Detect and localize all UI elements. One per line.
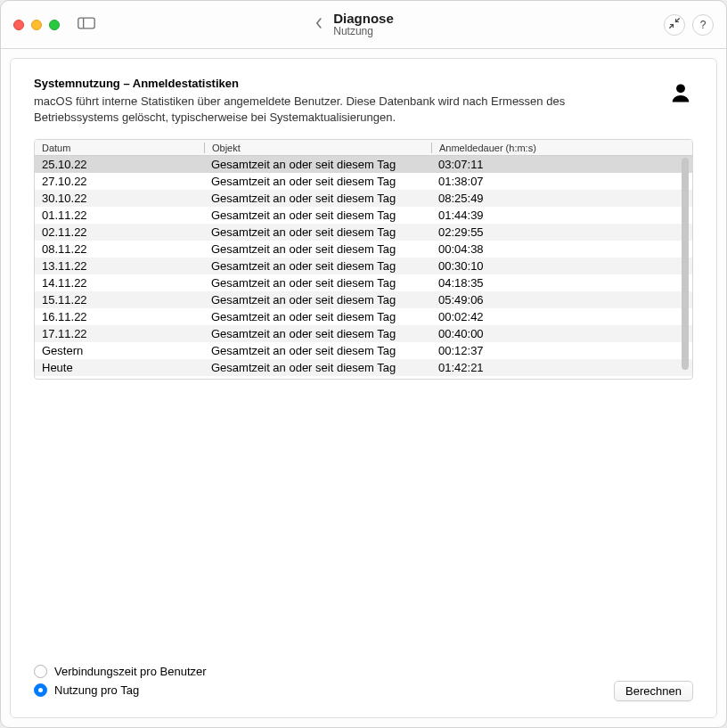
cell-date: 16.11.22 (35, 310, 204, 323)
scrollbar[interactable] (680, 156, 692, 379)
col-header-date[interactable]: Datum (35, 143, 204, 153)
cell-object: Gesamtzeit an oder seit diesem Tag (204, 192, 431, 205)
cell-date: 15.11.22 (35, 293, 204, 307)
cell-date: 27.10.22 (35, 175, 204, 188)
radio-per-user[interactable]: Verbindungszeit pro Benutzer (34, 665, 693, 678)
svg-point-4 (676, 84, 685, 93)
cell-date: 17.11.22 (35, 327, 204, 340)
svg-rect-0 (78, 18, 94, 29)
title-block: Diagnose Nutzung (333, 12, 394, 38)
cell-duration: 01:44:39 (431, 209, 692, 222)
cell-duration: 00:12:37 (431, 344, 692, 357)
cell-object: Gesamtzeit an oder seit diesem Tag (204, 242, 431, 256)
table-row[interactable]: 14.11.22Gesamtzeit an oder seit diesem T… (35, 274, 692, 291)
login-stats-table: Datum Objekt Anmeldedauer (h:m:s) 25.10.… (34, 139, 693, 380)
footer-controls: Verbindungszeit pro Benutzer Nutzung pro… (34, 654, 693, 701)
table-row[interactable]: GesternGesamtzeit an oder seit diesem Ta… (35, 342, 692, 359)
cell-duration: 02:29:55 (431, 225, 692, 239)
cell-duration: 08:25:49 (431, 192, 692, 205)
cell-duration: 00:40:00 (431, 327, 692, 340)
cell-duration: 01:42:21 (431, 361, 692, 374)
cell-date: 02.11.22 (35, 225, 204, 239)
app-window: Diagnose Nutzung ? (0, 0, 727, 728)
window-title: Diagnose (333, 12, 394, 27)
table-row[interactable]: 08.11.22Gesamtzeit an oder seit diesem T… (35, 241, 692, 258)
table-row[interactable]: 27.10.22Gesamtzeit an oder seit diesem T… (35, 173, 692, 190)
section-header: Systemnutzung – Anmeldestatistiken macOS… (34, 77, 693, 125)
radio-per-day-label: Nutzung pro Tag (54, 683, 139, 697)
collapse-icon (669, 18, 680, 31)
cell-duration: 05:49:06 (431, 293, 692, 307)
title-center: Diagnose Nutzung (333, 1, 394, 48)
help-icon: ? (700, 19, 707, 31)
cell-date: 25.10.22 (35, 158, 204, 171)
table-body[interactable]: 25.10.22Gesamtzeit an oder seit diesem T… (35, 156, 692, 379)
cell-object: Gesamtzeit an oder seit diesem Tag (204, 344, 431, 357)
col-header-duration[interactable]: Anmeldedauer (h:m:s) (431, 143, 692, 153)
content-panel: Systemnutzung – Anmeldestatistiken macOS… (10, 58, 717, 718)
cell-object: Gesamtzeit an oder seit diesem Tag (204, 158, 431, 171)
section-description: macOS führt interne Statistiken über ang… (34, 94, 604, 125)
table-row[interactable]: 17.11.22Gesamtzeit an oder seit diesem T… (35, 325, 692, 342)
cell-object: Gesamtzeit an oder seit diesem Tag (204, 175, 431, 188)
chevron-left-icon (314, 16, 323, 34)
cell-date: 01.11.22 (35, 209, 204, 222)
radio-per-day[interactable]: Nutzung pro Tag (34, 683, 693, 697)
table-row[interactable]: 30.10.22Gesamtzeit an oder seit diesem T… (35, 190, 692, 207)
cell-duration: 03:07:11 (431, 158, 692, 171)
radio-icon (34, 665, 47, 678)
table-row[interactable]: 16.11.22Gesamtzeit an oder seit diesem T… (35, 308, 692, 325)
cell-duration: 00:04:38 (431, 242, 692, 256)
zoom-window-button[interactable] (49, 20, 60, 30)
traffic-lights (13, 20, 60, 30)
sidebar-icon (78, 17, 95, 33)
cell-duration: 00:02:42 (431, 310, 692, 323)
col-header-object[interactable]: Objekt (204, 143, 431, 153)
table-row[interactable]: 01.11.22Gesamtzeit an oder seit diesem T… (35, 207, 692, 224)
cell-object: Gesamtzeit an oder seit diesem Tag (204, 225, 431, 239)
cell-object: Gesamtzeit an oder seit diesem Tag (204, 209, 431, 222)
cell-object: Gesamtzeit an oder seit diesem Tag (204, 293, 431, 307)
table-row[interactable]: 25.10.22Gesamtzeit an oder seit diesem T… (35, 156, 692, 173)
close-window-button[interactable] (13, 20, 24, 30)
back-button[interactable] (306, 12, 331, 37)
cell-object: Gesamtzeit an oder seit diesem Tag (204, 276, 431, 290)
window-subtitle: Nutzung (333, 26, 394, 37)
cell-date: 08.11.22 (35, 242, 204, 256)
cell-date: Heute (35, 361, 204, 374)
radio-per-user-label: Verbindungszeit pro Benutzer (54, 665, 207, 678)
table-row[interactable]: 13.11.22Gesamtzeit an oder seit diesem T… (35, 258, 692, 274)
cell-duration: 04:18:35 (431, 276, 692, 290)
toolbar-right: ? (664, 14, 714, 36)
help-button[interactable]: ? (692, 14, 714, 36)
table-row[interactable]: 15.11.22Gesamtzeit an oder seit diesem T… (35, 291, 692, 308)
collapse-button[interactable] (664, 14, 685, 36)
section-text: Systemnutzung – Anmeldestatistiken macOS… (34, 77, 650, 125)
radio-icon (34, 683, 47, 697)
titlebar: Diagnose Nutzung ? (1, 1, 726, 49)
cell-object: Gesamtzeit an oder seit diesem Tag (204, 361, 431, 374)
cell-date: Gestern (35, 344, 204, 357)
section-title: Systemnutzung – Anmeldestatistiken (34, 77, 650, 90)
cell-date: 13.11.22 (35, 259, 204, 273)
minimize-window-button[interactable] (31, 20, 42, 30)
user-icon (668, 80, 693, 105)
scrollbar-thumb[interactable] (682, 158, 689, 370)
compute-button[interactable]: Berechnen (614, 681, 693, 701)
cell-duration: 01:38:07 (431, 175, 692, 188)
cell-duration: 00:30:10 (431, 259, 692, 273)
cell-date: 30.10.22 (35, 192, 204, 205)
cell-object: Gesamtzeit an oder seit diesem Tag (204, 327, 431, 340)
cell-object: Gesamtzeit an oder seit diesem Tag (204, 310, 431, 323)
cell-date: 14.11.22 (35, 276, 204, 290)
cell-object: Gesamtzeit an oder seit diesem Tag (204, 259, 431, 273)
table-row[interactable]: HeuteGesamtzeit an oder seit diesem Tag0… (35, 359, 692, 376)
toggle-sidebar-button[interactable] (74, 15, 99, 35)
table-row[interactable]: 02.11.22Gesamtzeit an oder seit diesem T… (35, 224, 692, 241)
table-header-row: Datum Objekt Anmeldedauer (h:m:s) (35, 140, 692, 156)
